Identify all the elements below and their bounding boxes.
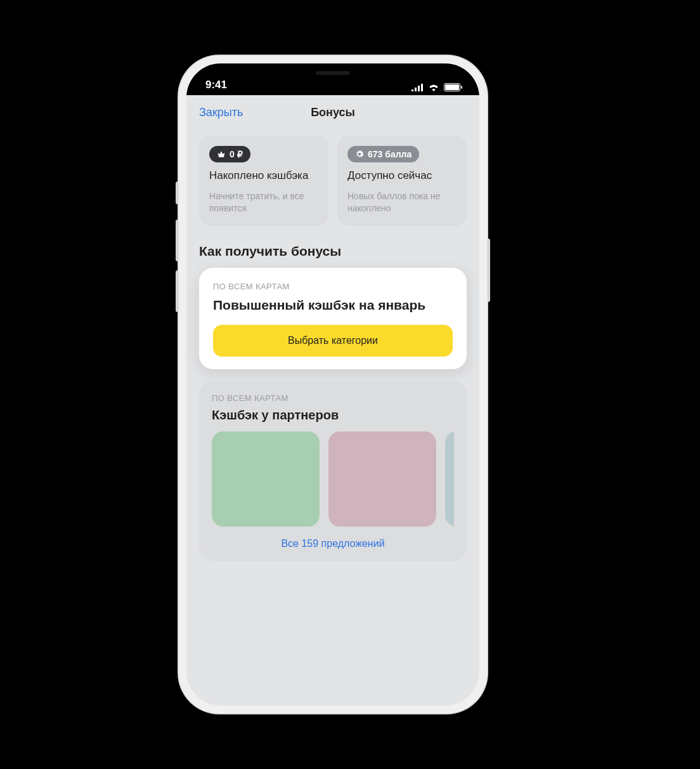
stats-row: 0 ₽ Накоплено кэшбэка Начните тратить, и… <box>199 136 467 226</box>
battery-icon <box>444 83 460 91</box>
cashback-card[interactable]: 0 ₽ Накоплено кэшбэка Начните тратить, и… <box>199 136 328 226</box>
navigation-bar: Закрыть Бонусы <box>186 95 479 129</box>
gear-icon <box>355 150 364 159</box>
partners-title: Кэшбэк у партнеров <box>212 408 454 423</box>
partners-card: ПО ВСЕМ КАРТАМ Кэшбэк у партнеров Все 15… <box>199 381 467 561</box>
side-button-vol-down <box>176 270 178 312</box>
partners-overline: ПО ВСЕМ КАРТАМ <box>212 393 454 403</box>
points-sub: Новых баллов пока не накоплено <box>347 190 457 214</box>
points-badge: 673 балла <box>347 146 419 162</box>
partner-tile[interactable] <box>445 431 454 527</box>
phone-frame: 9:41 Закрыть Бонусы 0 ₽ Накоплено кэшбэк… <box>178 55 488 714</box>
side-button-mute <box>176 181 178 204</box>
all-offers-link[interactable]: Все 159 предложений <box>212 538 454 549</box>
points-card[interactable]: 673 балла Доступно сейчас Новых баллов п… <box>337 136 467 226</box>
phone-screen: 9:41 Закрыть Бонусы 0 ₽ Накоплено кэшбэк… <box>186 63 479 706</box>
points-title: Доступно сейчас <box>347 169 457 183</box>
cellular-icon <box>412 84 424 91</box>
cashback-badge: 0 ₽ <box>209 146 250 162</box>
status-icons <box>412 83 460 91</box>
crown-icon <box>217 150 226 159</box>
page-title: Бонусы <box>311 106 355 119</box>
status-time: 9:41 <box>205 79 227 91</box>
cashback-title: Накоплено кэшбэка <box>209 169 318 183</box>
cashback-badge-text: 0 ₽ <box>230 149 243 159</box>
partner-tile[interactable] <box>328 431 436 527</box>
device-notch <box>266 63 399 85</box>
promo-card[interactable]: ПО ВСЕМ КАРТАМ Повышенный кэшбэк на янва… <box>199 268 467 369</box>
wifi-icon <box>428 84 439 91</box>
partner-tile[interactable] <box>212 431 320 527</box>
cashback-sub: Начните тратить, и все появится <box>209 190 318 214</box>
close-button[interactable]: Закрыть <box>199 106 243 119</box>
promo-overline: ПО ВСЕМ КАРТАМ <box>213 282 453 291</box>
promo-title: Повышенный кэшбэк на январь <box>213 296 453 313</box>
section-how-title: Как получить бонусы <box>199 244 467 259</box>
points-badge-text: 673 балла <box>368 149 412 159</box>
partner-tiles-row[interactable] <box>212 431 454 527</box>
side-button-power <box>488 239 490 302</box>
side-button-vol-up <box>176 220 178 261</box>
content-scroll[interactable]: 0 ₽ Накоплено кэшбэка Начните тратить, и… <box>186 129 479 561</box>
choose-categories-button[interactable]: Выбрать категории <box>213 325 453 357</box>
